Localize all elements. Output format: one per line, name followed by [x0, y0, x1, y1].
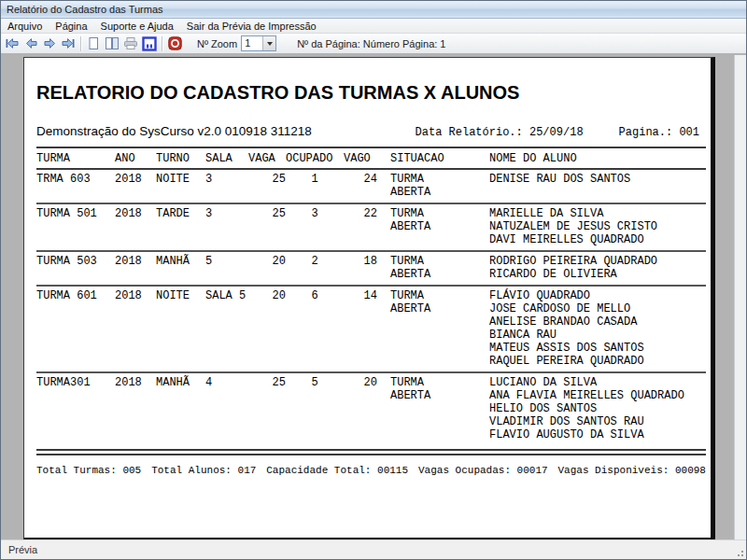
- vagas-ocupadas: Vagas Ocupadas: 00017: [418, 465, 548, 476]
- table-cell: TURMA ABERTA: [377, 169, 467, 203]
- prev-page-button[interactable]: [21, 35, 40, 52]
- report-table: TURMA ANO TURNO SALA VAGA OCUPADO VAGO S…: [36, 147, 706, 445]
- print-setup-button[interactable]: [140, 35, 159, 52]
- status-text: Prévia: [8, 544, 37, 555]
- column-header: VAGO: [344, 147, 377, 169]
- table-cell: MARIELLE DA SILVA NATUZALEM DE JESUS CRI…: [467, 203, 706, 251]
- table-cell: TURMA ABERTA: [377, 203, 467, 251]
- next-page-button[interactable]: [40, 35, 59, 52]
- page-number-info: Nº da Página: Número Página: 1: [297, 38, 445, 49]
- capacidade-total: Capacidade Total: 00115: [266, 465, 408, 476]
- zoom-combobox[interactable]: 1: [241, 35, 276, 51]
- table-cell: TRMA 603: [36, 169, 115, 203]
- table-cell: 1: [286, 169, 344, 203]
- table-cell: NOITE: [156, 169, 205, 203]
- table-cell: 24: [344, 169, 377, 203]
- table-row: TRMA 6032018NOITE325124TURMA ABERTADENIS…: [36, 169, 706, 203]
- table-row: TURMA 6012018NOITESALA 520614TURMA ABERT…: [36, 286, 706, 372]
- table-cell: SALA 5: [205, 286, 248, 372]
- column-header: SALA: [205, 147, 248, 169]
- first-page-icon: [6, 37, 19, 49]
- titlebar: Relatório do Cadastro das Turmas: [1, 1, 746, 19]
- table-cell: 20: [248, 286, 286, 372]
- table-cell: TURMA ABERTA: [377, 286, 467, 372]
- report-title: RELATORIO DO CADASTRO DAS TURMAS X ALUNO…: [36, 82, 701, 104]
- report-subheader: Demonstração do SysCurso v2.0 010918 311…: [36, 124, 701, 139]
- report-subtitle: Demonstração do SysCurso v2.0 010918 311…: [36, 124, 312, 138]
- table-cell: DENISE RAU DOS SANTOS: [467, 169, 706, 203]
- table-cell: TURMA 501: [36, 203, 115, 251]
- report-preview-window: Relatório do Cadastro das Turmas Arquivo…: [0, 0, 747, 560]
- table-cell: 25: [248, 372, 286, 445]
- table-cell: 2018: [115, 203, 156, 251]
- total-alunos: Total Alunos: 017: [151, 465, 256, 476]
- resize-grip-icon[interactable]: [733, 546, 744, 557]
- table-cell: RODRIGO PEIREIRA QUADRADO RICARDO DE OLI…: [467, 251, 706, 286]
- table-cell: TURMA301: [36, 372, 115, 445]
- report-table-body: TRMA 6032018NOITE325124TURMA ABERTADENIS…: [36, 169, 706, 445]
- single-page-view-button[interactable]: [84, 35, 103, 52]
- zoom-label: Nº Zoom: [197, 38, 237, 49]
- table-cell: LUCIANO DA SILVA ANA FLAVIA MEIRELLES QU…: [467, 372, 706, 445]
- table-cell: 20: [344, 372, 377, 445]
- table-cell: 18: [344, 251, 377, 286]
- toolbar-separator: [80, 36, 81, 51]
- preview-workspace: RELATORIO DO CADASTRO DAS TURMAS X ALUNO…: [1, 55, 746, 539]
- menu-arquivo[interactable]: Arquivo: [1, 20, 49, 33]
- vertical-scrollbar[interactable]: [734, 55, 746, 539]
- table-cell: 3: [286, 203, 344, 251]
- printer-icon: [123, 36, 138, 50]
- table-cell: TURMA 503: [36, 251, 115, 286]
- table-cell: MANHÃ: [156, 251, 205, 286]
- table-cell: NOITE: [156, 286, 205, 372]
- column-header: VAGA: [248, 147, 286, 169]
- column-header: OCUPADO: [286, 147, 344, 169]
- table-cell: 25: [248, 203, 286, 251]
- table-row: TURMA 5032018MANHÃ520218TURMA ABERTARODR…: [36, 251, 706, 286]
- last-page-button[interactable]: [59, 35, 78, 52]
- table-cell: TURMA 601: [36, 286, 115, 372]
- zoom-dropdown-button[interactable]: [262, 36, 275, 50]
- toolbar-separator: [162, 36, 162, 51]
- table-cell: TURMA ABERTA: [377, 251, 467, 286]
- column-header: SITUACAO: [377, 147, 467, 169]
- menu-sair-da-previa[interactable]: Sair da Prévia de Impressão: [180, 20, 323, 33]
- first-page-button[interactable]: [3, 35, 21, 52]
- table-row: TURMA 5012018TARDE325322TURMA ABERTAMARI…: [36, 203, 706, 251]
- table-cell: 2018: [115, 251, 156, 286]
- totals-divider: [36, 449, 706, 455]
- table-cell: MANHÃ: [156, 372, 205, 445]
- menu-pagina[interactable]: Página: [49, 20, 93, 33]
- table-cell: FLÁVIO QUADRADO JOSE CARDOSO DE MELLO AN…: [467, 286, 706, 372]
- column-header: TURNO: [156, 147, 205, 169]
- single-page-icon: [87, 36, 100, 50]
- double-page-view-button[interactable]: [103, 35, 121, 52]
- exit-preview-button[interactable]: [165, 35, 184, 52]
- print-button[interactable]: [121, 35, 140, 52]
- table-cell: 3: [205, 203, 248, 251]
- table-cell: 14: [344, 286, 377, 372]
- report-page: RELATORIO DO CADASTRO DAS TURMAS X ALUNO…: [23, 57, 715, 542]
- double-page-icon: [105, 36, 120, 50]
- table-cell: 5: [205, 251, 248, 286]
- table-cell: 3: [205, 169, 248, 203]
- exit-preview-icon: [168, 36, 182, 50]
- table-cell: 2018: [115, 286, 156, 372]
- prev-page-icon: [25, 37, 37, 49]
- table-cell: 25: [248, 169, 286, 203]
- table-cell: 22: [344, 203, 377, 251]
- menu-suporte-e-ajuda[interactable]: Suporte e Ajuda: [94, 20, 180, 33]
- report-totals: Total Turmas: 005 Total Alunos: 017 Capa…: [36, 465, 706, 476]
- table-header-row: TURMA ANO TURNO SALA VAGA OCUPADO VAGO S…: [36, 147, 706, 169]
- next-page-icon: [44, 37, 56, 49]
- table-cell: 5: [286, 372, 344, 445]
- chevron-down-icon: [267, 42, 273, 46]
- table-cell: 4: [205, 372, 248, 445]
- vagas-disponiveis: Vagas Disponiveis: 00098: [558, 465, 706, 476]
- table-cell: 6: [286, 286, 344, 372]
- statusbar: Prévia: [1, 539, 746, 559]
- print-setup-icon: [142, 36, 157, 51]
- table-cell: 2018: [115, 372, 156, 445]
- column-header: TURMA: [36, 147, 115, 169]
- table-cell: 2018: [115, 169, 156, 203]
